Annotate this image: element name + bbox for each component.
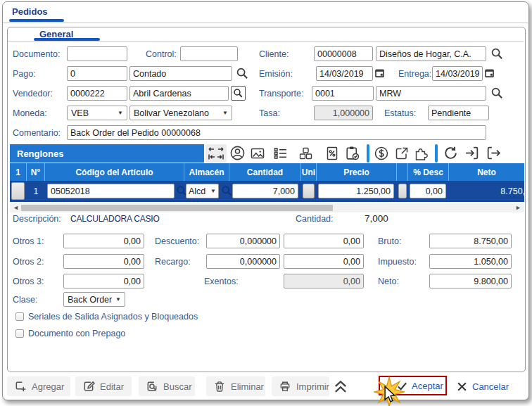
external-link-icon[interactable] bbox=[394, 146, 410, 161]
transporte-code-input[interactable] bbox=[312, 86, 374, 101]
renglones-table-header: 1 N° Código del Artículo Almacén Cantida… bbox=[10, 163, 524, 181]
entrega-calendar-icon[interactable] bbox=[483, 67, 495, 79]
clase-select[interactable]: Back Order▼ bbox=[63, 292, 125, 307]
otros3-input[interactable] bbox=[63, 274, 144, 288]
cantidad-detail-label: Cantidad: bbox=[296, 214, 334, 224]
entrega-input[interactable] bbox=[432, 66, 483, 81]
otros1-label: Otros 1: bbox=[13, 236, 44, 246]
uni-cell[interactable] bbox=[303, 184, 315, 198]
vendedor-search-icon[interactable] bbox=[231, 86, 246, 101]
scroll-right-icon[interactable]: ► bbox=[515, 204, 521, 212]
row-selector-cell[interactable] bbox=[11, 182, 25, 200]
currency-dollar-icon[interactable] bbox=[374, 146, 389, 161]
trash-icon bbox=[213, 380, 226, 393]
recargo-monto-input[interactable] bbox=[284, 254, 364, 269]
moneda-name-select[interactable]: Bolivar Venezolano▼ bbox=[129, 106, 232, 120]
seriales-checkbox[interactable] bbox=[15, 312, 24, 321]
import-icon[interactable] bbox=[464, 145, 480, 161]
cliente-search-icon[interactable] bbox=[490, 47, 504, 61]
documento-label: Documento: bbox=[13, 49, 60, 59]
scrollbar-thumb[interactable] bbox=[21, 205, 333, 211]
precio-input[interactable] bbox=[318, 184, 394, 198]
refresh-icon[interactable] bbox=[443, 145, 459, 161]
prepago-checkbox[interactable] bbox=[15, 329, 24, 338]
neto-total-label: Neto: bbox=[378, 277, 399, 286]
editar-button[interactable]: Editar bbox=[75, 376, 132, 396]
comentario-input[interactable] bbox=[67, 125, 486, 140]
clipboard-check-icon[interactable] bbox=[344, 145, 360, 161]
edit-icon bbox=[82, 380, 95, 393]
recargo-pct-input[interactable] bbox=[206, 254, 280, 269]
pago-search-icon[interactable] bbox=[236, 67, 249, 80]
cliente-code-input[interactable] bbox=[314, 46, 373, 61]
otros3-label: Otros 3: bbox=[13, 277, 44, 286]
pago-name-input[interactable] bbox=[129, 66, 232, 81]
control-input[interactable] bbox=[180, 46, 238, 61]
scroll-left-icon[interactable]: ◄ bbox=[13, 204, 19, 212]
exentos-input bbox=[284, 274, 364, 288]
recargo-label: Recargo: bbox=[155, 257, 191, 267]
record-navigation-icon[interactable] bbox=[205, 144, 227, 163]
cancelar-button[interactable]: Cancelar bbox=[454, 376, 510, 396]
almacen-search-icon[interactable] bbox=[221, 185, 233, 197]
otros2-input[interactable] bbox=[63, 254, 144, 269]
col-header-blank bbox=[397, 163, 408, 181]
plugin-icon[interactable] bbox=[413, 146, 429, 161]
export-icon[interactable] bbox=[486, 145, 502, 161]
vendedor-code-input[interactable] bbox=[67, 86, 127, 101]
control-label: Control: bbox=[146, 49, 177, 59]
percent-document-icon[interactable] bbox=[324, 146, 340, 161]
tasa-input bbox=[314, 106, 373, 120]
descripcion-label: Descripción: bbox=[13, 214, 61, 224]
list-icon[interactable] bbox=[272, 146, 289, 161]
imprimir-button[interactable]: Imprimir bbox=[272, 376, 329, 396]
emision-calendar-icon[interactable] bbox=[374, 67, 386, 79]
clase-label: Clase: bbox=[13, 295, 37, 305]
col-header-rownum: 1 bbox=[10, 163, 27, 181]
moneda-code-select[interactable]: VEB▼ bbox=[67, 106, 127, 120]
estatus-input[interactable] bbox=[428, 106, 489, 120]
col-header-almacen: Almacén bbox=[184, 163, 229, 181]
blank-cell[interactable] bbox=[398, 184, 407, 198]
agregar-button[interactable]: Agregar bbox=[7, 376, 70, 396]
descuento-pct-input[interactable] bbox=[206, 234, 280, 248]
chevron-down-icon: ▼ bbox=[222, 110, 228, 116]
desc-input[interactable] bbox=[410, 184, 446, 198]
codigo-articulo-input[interactable] bbox=[47, 184, 175, 198]
vendedor-name-input[interactable] bbox=[129, 86, 229, 101]
tabstrip-divider bbox=[3, 23, 528, 23]
eliminar-button[interactable]: Eliminar bbox=[206, 376, 265, 396]
moneda-label: Moneda: bbox=[13, 108, 47, 118]
tab-pedidos[interactable]: Pedidos bbox=[12, 6, 48, 17]
person-icon[interactable] bbox=[229, 145, 246, 161]
impuesto-input[interactable] bbox=[429, 254, 512, 269]
neto-total-input[interactable] bbox=[429, 274, 512, 288]
image-icon[interactable] bbox=[250, 146, 265, 161]
descuento-monto-input[interactable] bbox=[284, 234, 364, 248]
bruto-input[interactable] bbox=[429, 234, 512, 248]
pago-code-input[interactable] bbox=[67, 66, 127, 81]
toolbar-divider bbox=[367, 144, 369, 163]
chevron-down-icon: ▼ bbox=[210, 188, 216, 194]
cliente-name-input[interactable] bbox=[376, 46, 486, 61]
table-row[interactable]: 1 Alcd▼ 8.750,00 bbox=[10, 181, 524, 202]
almacen-select[interactable]: Alcd▼ bbox=[186, 184, 219, 198]
transporte-search-icon[interactable] bbox=[490, 87, 504, 100]
col-header-codigo: Código del Artículo bbox=[45, 163, 184, 181]
pago-label: Pago: bbox=[13, 69, 36, 79]
transporte-name-input[interactable] bbox=[376, 86, 486, 101]
table-hscrollbar[interactable]: ◄ ► bbox=[10, 203, 524, 212]
col-header-cantidad: Cantidad bbox=[229, 163, 301, 181]
col-header-neto: Neto bbox=[449, 163, 524, 181]
cantidad-input[interactable] bbox=[232, 184, 298, 198]
collapse-chevrons-icon[interactable] bbox=[332, 379, 349, 394]
emision-input[interactable] bbox=[316, 66, 373, 81]
neto-cell: 8.750,00 bbox=[450, 186, 524, 196]
vendedor-label: Vendedor: bbox=[13, 89, 53, 99]
documento-input[interactable] bbox=[67, 46, 127, 61]
pedidos-screen: Pedidos General Documento: Control: Clie… bbox=[0, 0, 532, 406]
otros1-input[interactable] bbox=[63, 234, 144, 248]
buscar-button[interactable]: Buscar bbox=[139, 376, 195, 396]
entrega-label: Entrega: bbox=[398, 69, 431, 79]
packages-icon[interactable] bbox=[298, 146, 314, 161]
